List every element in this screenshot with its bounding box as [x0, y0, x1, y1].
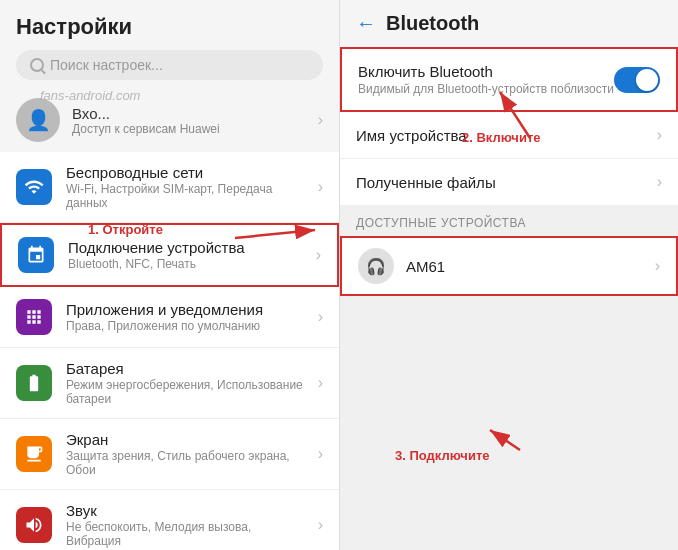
- user-info: Вхо... Доступ к сервисам Huawei: [72, 105, 306, 136]
- search-icon: [30, 58, 44, 72]
- user-chevron: ›: [318, 111, 323, 129]
- sound-sub: Не беспокоить, Мелодия вызова, Вибрация: [66, 520, 304, 548]
- device-am61-name: AM61: [406, 258, 643, 275]
- device-am61-chevron: ›: [655, 257, 660, 275]
- battery-icon: [16, 365, 52, 401]
- apps-text: Приложения и уведомления Права, Приложен…: [66, 301, 304, 333]
- sound-title: Звук: [66, 502, 304, 519]
- battery-chevron: ›: [318, 374, 323, 392]
- device-title: Подключение устройства: [68, 239, 302, 256]
- wifi-sub: Wi-Fi, Настройки SIM-карт, Передача данн…: [66, 182, 304, 210]
- battery-title: Батарея: [66, 360, 304, 377]
- device-sub: Bluetooth, NFC, Печать: [68, 257, 302, 271]
- sound-chevron: ›: [318, 516, 323, 534]
- bluetooth-toggle-switch[interactable]: [614, 67, 660, 93]
- battery-text: Батарея Режим энергосбережения, Использо…: [66, 360, 304, 406]
- sidebar-item-apps[interactable]: Приложения и уведомления Права, Приложен…: [0, 287, 339, 348]
- search-placeholder: Поиск настроек...: [50, 57, 163, 73]
- bluetooth-title: Bluetooth: [386, 12, 479, 35]
- apps-icon: [16, 299, 52, 335]
- avatar: 👤: [16, 98, 60, 142]
- bluetooth-toggle-info: Включить Bluetooth Видимый для Bluetooth…: [358, 63, 614, 96]
- wifi-text: Беспроводные сети Wi-Fi, Настройки SIM-к…: [66, 164, 304, 210]
- bluetooth-header: ← Bluetooth: [340, 0, 678, 47]
- wifi-icon: [16, 169, 52, 205]
- device-chevron: ›: [316, 246, 321, 264]
- bluetooth-content: Включить Bluetooth Видимый для Bluetooth…: [340, 47, 678, 550]
- bluetooth-toggle-row: Включить Bluetooth Видимый для Bluetooth…: [358, 63, 660, 96]
- back-button[interactable]: ←: [356, 12, 376, 35]
- sound-icon: [16, 507, 52, 543]
- apps-sub: Права, Приложения по умолчанию: [66, 319, 304, 333]
- page-title: Настройки: [16, 14, 323, 40]
- apps-title: Приложения и уведомления: [66, 301, 304, 318]
- left-header: Настройки Поиск настроек...: [0, 0, 339, 88]
- wifi-chevron: ›: [318, 178, 323, 196]
- sidebar-item-wifi[interactable]: Беспроводные сети Wi-Fi, Настройки SIM-к…: [0, 152, 339, 223]
- device-text: Подключение устройства Bluetooth, NFC, П…: [68, 239, 302, 271]
- user-row[interactable]: 👤 Вхо... Доступ к сервисам Huawei ›: [0, 88, 339, 152]
- device-am61[interactable]: 🎧 AM61 ›: [340, 236, 678, 296]
- bluetooth-panel: ← Bluetooth Включить Bluetooth Видимый д…: [340, 0, 678, 550]
- wifi-title: Беспроводные сети: [66, 164, 304, 181]
- search-box[interactable]: Поиск настроек...: [16, 50, 323, 80]
- settings-panel: Настройки Поиск настроек... 👤 Вхо... Дос…: [0, 0, 340, 550]
- sound-text: Звук Не беспокоить, Мелодия вызова, Вибр…: [66, 502, 304, 548]
- device-icon: [18, 237, 54, 273]
- available-devices-header: ДОСТУПНЫЕ УСТРОЙСТВА: [340, 206, 678, 236]
- display-icon: [16, 436, 52, 472]
- user-name: Вхо...: [72, 105, 306, 122]
- bluetooth-toggle-card: Включить Bluetooth Видимый для Bluetooth…: [340, 47, 678, 112]
- sidebar-item-display[interactable]: Экран Защита зрения, Стиль рабочего экра…: [0, 419, 339, 490]
- bluetooth-toggle-label: Включить Bluetooth: [358, 63, 614, 80]
- display-chevron: ›: [318, 445, 323, 463]
- headphone-icon: 🎧: [358, 248, 394, 284]
- display-title: Экран: [66, 431, 304, 448]
- battery-sub: Режим энергосбережения, Использование ба…: [66, 378, 304, 406]
- received-files-chevron: ›: [657, 173, 662, 191]
- sidebar-item-sound[interactable]: Звук Не беспокоить, Мелодия вызова, Вибр…: [0, 490, 339, 550]
- display-text: Экран Защита зрения, Стиль рабочего экра…: [66, 431, 304, 477]
- received-files-item[interactable]: Полученные файлы ›: [340, 159, 678, 206]
- sidebar-item-battery[interactable]: Батарея Режим энергосбережения, Использо…: [0, 348, 339, 419]
- device-name-label: Имя устройства: [356, 127, 467, 144]
- settings-list: Беспроводные сети Wi-Fi, Настройки SIM-к…: [0, 152, 339, 550]
- bluetooth-toggle-sub: Видимый для Bluetooth-устройств поблизос…: [358, 82, 614, 96]
- display-sub: Защита зрения, Стиль рабочего экрана, Об…: [66, 449, 304, 477]
- user-sub: Доступ к сервисам Huawei: [72, 122, 306, 136]
- apps-chevron: ›: [318, 308, 323, 326]
- received-files-label: Полученные файлы: [356, 174, 496, 191]
- device-name-chevron: ›: [657, 126, 662, 144]
- sidebar-item-device[interactable]: Подключение устройства Bluetooth, NFC, П…: [0, 223, 339, 287]
- device-name-item[interactable]: Имя устройства ›: [340, 112, 678, 159]
